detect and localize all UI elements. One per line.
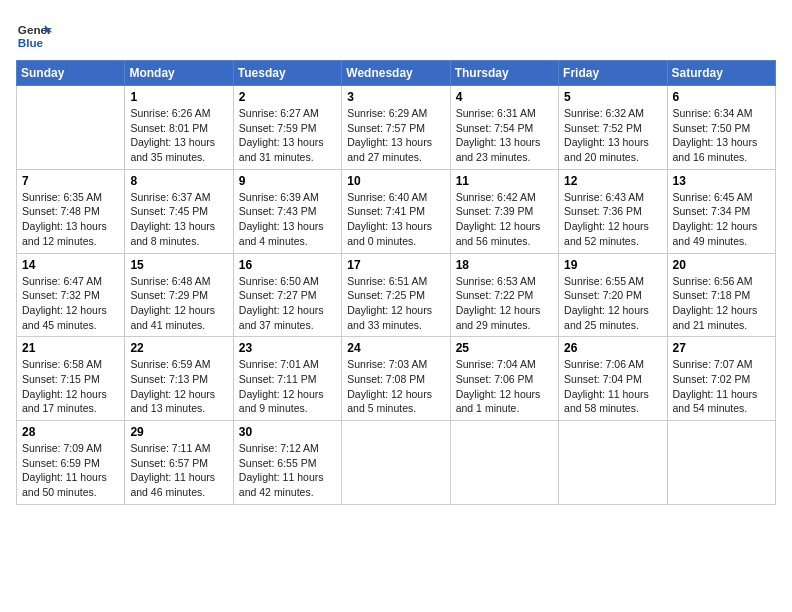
day-number: 27 (673, 341, 770, 355)
calendar-cell: 24Sunrise: 7:03 AMSunset: 7:08 PMDayligh… (342, 337, 450, 421)
svg-text:Blue: Blue (18, 36, 44, 49)
day-number: 22 (130, 341, 227, 355)
weekday-header-tuesday: Tuesday (233, 61, 341, 86)
day-number: 30 (239, 425, 336, 439)
calendar-cell: 6Sunrise: 6:34 AMSunset: 7:50 PMDaylight… (667, 86, 775, 170)
cell-info: Sunrise: 6:55 AMSunset: 7:20 PMDaylight:… (564, 275, 649, 331)
cell-info: Sunrise: 6:31 AMSunset: 7:54 PMDaylight:… (456, 107, 541, 163)
logo: General Blue (16, 16, 56, 52)
day-number: 15 (130, 258, 227, 272)
calendar-cell: 19Sunrise: 6:55 AMSunset: 7:20 PMDayligh… (559, 253, 667, 337)
weekday-header-thursday: Thursday (450, 61, 558, 86)
cell-info: Sunrise: 7:03 AMSunset: 7:08 PMDaylight:… (347, 358, 432, 414)
day-number: 6 (673, 90, 770, 104)
calendar-cell: 22Sunrise: 6:59 AMSunset: 7:13 PMDayligh… (125, 337, 233, 421)
day-number: 18 (456, 258, 553, 272)
cell-info: Sunrise: 6:27 AMSunset: 7:59 PMDaylight:… (239, 107, 324, 163)
calendar-cell: 12Sunrise: 6:43 AMSunset: 7:36 PMDayligh… (559, 169, 667, 253)
calendar-cell: 8Sunrise: 6:37 AMSunset: 7:45 PMDaylight… (125, 169, 233, 253)
calendar-cell: 11Sunrise: 6:42 AMSunset: 7:39 PMDayligh… (450, 169, 558, 253)
calendar-cell: 28Sunrise: 7:09 AMSunset: 6:59 PMDayligh… (17, 421, 125, 505)
cell-info: Sunrise: 6:37 AMSunset: 7:45 PMDaylight:… (130, 191, 215, 247)
calendar-cell: 2Sunrise: 6:27 AMSunset: 7:59 PMDaylight… (233, 86, 341, 170)
day-number: 29 (130, 425, 227, 439)
calendar-cell: 17Sunrise: 6:51 AMSunset: 7:25 PMDayligh… (342, 253, 450, 337)
calendar-cell: 26Sunrise: 7:06 AMSunset: 7:04 PMDayligh… (559, 337, 667, 421)
day-number: 14 (22, 258, 119, 272)
calendar-week-row: 1Sunrise: 6:26 AMSunset: 8:01 PMDaylight… (17, 86, 776, 170)
calendar-cell: 5Sunrise: 6:32 AMSunset: 7:52 PMDaylight… (559, 86, 667, 170)
cell-info: Sunrise: 6:47 AMSunset: 7:32 PMDaylight:… (22, 275, 107, 331)
cell-info: Sunrise: 6:58 AMSunset: 7:15 PMDaylight:… (22, 358, 107, 414)
cell-info: Sunrise: 6:56 AMSunset: 7:18 PMDaylight:… (673, 275, 758, 331)
day-number: 19 (564, 258, 661, 272)
day-number: 4 (456, 90, 553, 104)
weekday-header-saturday: Saturday (667, 61, 775, 86)
calendar-cell: 30Sunrise: 7:12 AMSunset: 6:55 PMDayligh… (233, 421, 341, 505)
calendar-cell (559, 421, 667, 505)
cell-info: Sunrise: 6:29 AMSunset: 7:57 PMDaylight:… (347, 107, 432, 163)
page-header: General Blue (16, 16, 776, 52)
day-number: 26 (564, 341, 661, 355)
calendar-week-row: 21Sunrise: 6:58 AMSunset: 7:15 PMDayligh… (17, 337, 776, 421)
cell-info: Sunrise: 6:50 AMSunset: 7:27 PMDaylight:… (239, 275, 324, 331)
calendar-cell: 14Sunrise: 6:47 AMSunset: 7:32 PMDayligh… (17, 253, 125, 337)
cell-info: Sunrise: 6:39 AMSunset: 7:43 PMDaylight:… (239, 191, 324, 247)
cell-info: Sunrise: 6:35 AMSunset: 7:48 PMDaylight:… (22, 191, 107, 247)
calendar-cell: 15Sunrise: 6:48 AMSunset: 7:29 PMDayligh… (125, 253, 233, 337)
weekday-header-wednesday: Wednesday (342, 61, 450, 86)
day-number: 5 (564, 90, 661, 104)
cell-info: Sunrise: 7:09 AMSunset: 6:59 PMDaylight:… (22, 442, 107, 498)
day-number: 2 (239, 90, 336, 104)
cell-info: Sunrise: 7:01 AMSunset: 7:11 PMDaylight:… (239, 358, 324, 414)
day-number: 1 (130, 90, 227, 104)
calendar-cell: 16Sunrise: 6:50 AMSunset: 7:27 PMDayligh… (233, 253, 341, 337)
calendar-week-row: 28Sunrise: 7:09 AMSunset: 6:59 PMDayligh… (17, 421, 776, 505)
calendar-cell (450, 421, 558, 505)
calendar-cell (667, 421, 775, 505)
cell-info: Sunrise: 6:53 AMSunset: 7:22 PMDaylight:… (456, 275, 541, 331)
cell-info: Sunrise: 7:04 AMSunset: 7:06 PMDaylight:… (456, 358, 541, 414)
calendar-cell: 9Sunrise: 6:39 AMSunset: 7:43 PMDaylight… (233, 169, 341, 253)
cell-info: Sunrise: 6:45 AMSunset: 7:34 PMDaylight:… (673, 191, 758, 247)
cell-info: Sunrise: 6:59 AMSunset: 7:13 PMDaylight:… (130, 358, 215, 414)
cell-info: Sunrise: 6:40 AMSunset: 7:41 PMDaylight:… (347, 191, 432, 247)
cell-info: Sunrise: 6:26 AMSunset: 8:01 PMDaylight:… (130, 107, 215, 163)
calendar-table: SundayMondayTuesdayWednesdayThursdayFrid… (16, 60, 776, 505)
calendar-cell: 23Sunrise: 7:01 AMSunset: 7:11 PMDayligh… (233, 337, 341, 421)
day-number: 20 (673, 258, 770, 272)
day-number: 3 (347, 90, 444, 104)
day-number: 10 (347, 174, 444, 188)
day-number: 12 (564, 174, 661, 188)
calendar-cell: 10Sunrise: 6:40 AMSunset: 7:41 PMDayligh… (342, 169, 450, 253)
calendar-cell: 29Sunrise: 7:11 AMSunset: 6:57 PMDayligh… (125, 421, 233, 505)
calendar-week-row: 14Sunrise: 6:47 AMSunset: 7:32 PMDayligh… (17, 253, 776, 337)
day-number: 24 (347, 341, 444, 355)
cell-info: Sunrise: 7:12 AMSunset: 6:55 PMDaylight:… (239, 442, 324, 498)
cell-info: Sunrise: 6:42 AMSunset: 7:39 PMDaylight:… (456, 191, 541, 247)
day-number: 9 (239, 174, 336, 188)
calendar-cell (342, 421, 450, 505)
cell-info: Sunrise: 7:06 AMSunset: 7:04 PMDaylight:… (564, 358, 649, 414)
calendar-cell: 7Sunrise: 6:35 AMSunset: 7:48 PMDaylight… (17, 169, 125, 253)
cell-info: Sunrise: 6:32 AMSunset: 7:52 PMDaylight:… (564, 107, 649, 163)
weekday-header-monday: Monday (125, 61, 233, 86)
calendar-week-row: 7Sunrise: 6:35 AMSunset: 7:48 PMDaylight… (17, 169, 776, 253)
day-number: 17 (347, 258, 444, 272)
day-number: 25 (456, 341, 553, 355)
calendar-cell: 13Sunrise: 6:45 AMSunset: 7:34 PMDayligh… (667, 169, 775, 253)
day-number: 21 (22, 341, 119, 355)
cell-info: Sunrise: 6:48 AMSunset: 7:29 PMDaylight:… (130, 275, 215, 331)
calendar-cell: 1Sunrise: 6:26 AMSunset: 8:01 PMDaylight… (125, 86, 233, 170)
calendar-cell: 3Sunrise: 6:29 AMSunset: 7:57 PMDaylight… (342, 86, 450, 170)
weekday-header-sunday: Sunday (17, 61, 125, 86)
day-number: 23 (239, 341, 336, 355)
logo-icon: General Blue (16, 16, 52, 52)
cell-info: Sunrise: 6:34 AMSunset: 7:50 PMDaylight:… (673, 107, 758, 163)
day-number: 8 (130, 174, 227, 188)
cell-info: Sunrise: 7:11 AMSunset: 6:57 PMDaylight:… (130, 442, 215, 498)
cell-info: Sunrise: 6:43 AMSunset: 7:36 PMDaylight:… (564, 191, 649, 247)
day-number: 13 (673, 174, 770, 188)
calendar-cell: 21Sunrise: 6:58 AMSunset: 7:15 PMDayligh… (17, 337, 125, 421)
calendar-cell: 25Sunrise: 7:04 AMSunset: 7:06 PMDayligh… (450, 337, 558, 421)
